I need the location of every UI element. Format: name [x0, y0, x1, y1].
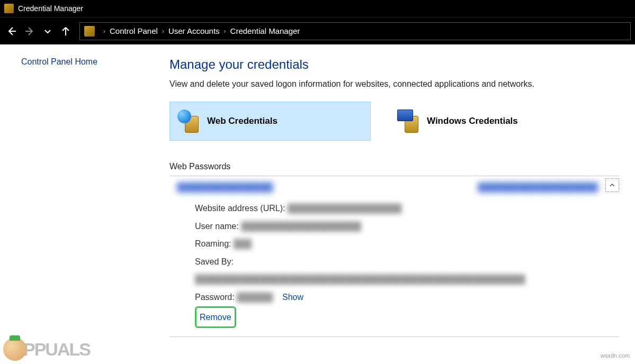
password-label: Password: — [195, 293, 235, 302]
entry-site-name: ████████████████ — [177, 183, 273, 192]
back-button[interactable] — [4, 24, 19, 39]
sidebar: Control Panel Home — [0, 44, 159, 364]
chevron-right-icon: › — [103, 28, 105, 35]
address-bar[interactable]: › Control Panel › User Accounts › Creden… — [79, 22, 631, 40]
roaming-value: ███ — [234, 239, 252, 248]
window-titlebar: Credential Manager — [0, 0, 635, 17]
page-title: Manage your credentials — [169, 57, 619, 72]
control-panel-home-link[interactable]: Control Panel Home — [21, 57, 97, 66]
show-password-link[interactable]: Show — [282, 293, 303, 302]
forward-button[interactable] — [22, 24, 37, 39]
chevron-right-icon: › — [162, 28, 164, 35]
watermark: wsxdn.com — [601, 352, 630, 359]
savedby-label: Saved By: — [195, 257, 234, 266]
navigation-bar: › Control Panel › User Accounts › Creden… — [0, 17, 635, 44]
breadcrumb-control-panel[interactable]: Control Panel — [110, 26, 158, 35]
tab-web-label: Web Credentials — [207, 116, 278, 126]
tab-web-credentials[interactable]: Web Credentials — [169, 102, 371, 141]
savedby-value: ████████████████████████████████████████… — [195, 275, 525, 284]
username-value: ████████████████████ — [241, 222, 361, 231]
url-value: ███████████████████ — [288, 204, 401, 213]
appuals-logo: PPUALS — [3, 338, 90, 361]
logo-text: PPUALS — [23, 339, 90, 360]
password-value: ██████ — [237, 293, 273, 302]
tab-windows-label: Windows Credentials — [427, 116, 518, 126]
window-title: Credential Manager — [18, 4, 83, 13]
content-area: Control Panel Home Manage your credentia… — [0, 44, 635, 364]
chevron-up-icon — [609, 181, 616, 189]
entry-modified: ████████████████████ — [478, 183, 598, 192]
location-icon — [84, 26, 95, 37]
collapse-button[interactable] — [605, 178, 619, 192]
windows-credentials-icon — [397, 110, 421, 133]
url-label: Website address (URL): — [195, 204, 285, 213]
remove-link[interactable]: Remove — [195, 306, 236, 329]
username-label: User name: — [195, 222, 239, 231]
credential-tabs: Web Credentials Windows Credentials — [169, 102, 619, 141]
web-credentials-icon — [177, 110, 201, 133]
roaming-label: Roaming: — [195, 239, 231, 248]
credential-entry: ████████████████ ████████████████████ We… — [169, 176, 619, 337]
breadcrumb-credential-manager[interactable]: Credential Manager — [230, 26, 300, 35]
main-panel: Manage your credentials View and delete … — [159, 44, 635, 364]
recent-locations-button[interactable] — [40, 24, 55, 39]
app-icon — [4, 4, 14, 13]
page-description: View and delete your saved logon informa… — [169, 79, 619, 89]
breadcrumb-user-accounts[interactable]: User Accounts — [168, 26, 220, 35]
section-header-web-passwords: Web Passwords — [169, 162, 619, 176]
tab-windows-credentials[interactable]: Windows Credentials — [390, 102, 591, 141]
credential-details: Website address (URL): █████████████████… — [177, 197, 598, 330]
chevron-right-icon: › — [224, 28, 226, 35]
up-button[interactable] — [58, 24, 73, 39]
